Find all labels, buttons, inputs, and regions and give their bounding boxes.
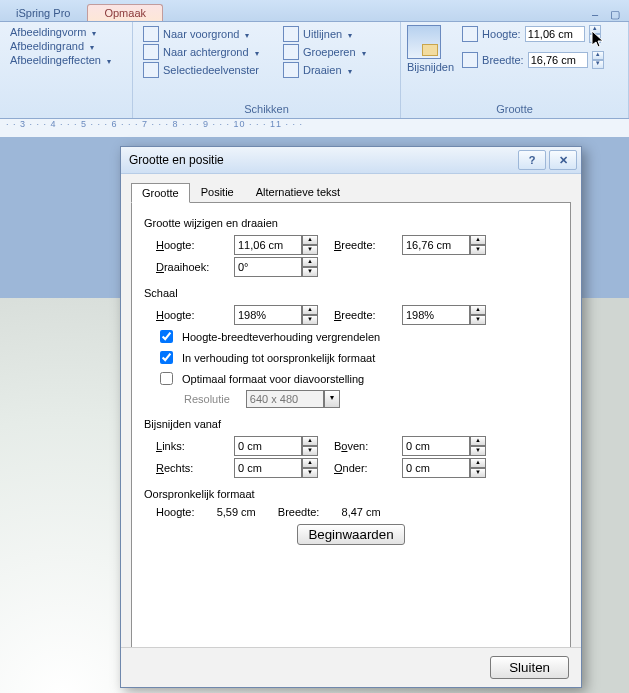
rotation-input[interactable]: [234, 257, 302, 277]
orig-width-value: 8,47 cm: [342, 506, 381, 518]
dialog-title: Grootte en positie: [129, 153, 515, 167]
lock-aspect-input[interactable]: [160, 330, 173, 343]
height-icon: [462, 26, 478, 42]
width-input[interactable]: [402, 235, 470, 255]
window-restore-icon[interactable]: ▢: [607, 7, 623, 21]
group-arrange-title: Schikken: [139, 101, 394, 118]
best-slideshow-checkbox[interactable]: Optimaal formaat voor diavoorstelling: [156, 369, 558, 388]
dialog-footer: Sluiten: [121, 647, 581, 687]
selection-pane-icon: [143, 62, 159, 78]
horizontal-ruler: · · 3 · · · 4 · · · 5 · · · 6 · · · 7 · …: [0, 119, 629, 138]
relative-original-checkbox[interactable]: In verhouding tot oorspronkelijk formaat: [156, 348, 558, 367]
relative-original-label: In verhouding tot oorspronkelijk formaat: [182, 352, 375, 364]
crop-right-input[interactable]: [234, 458, 302, 478]
crop-top-spinbox[interactable]: ▲▼: [402, 436, 486, 456]
crop-top-label: Boven:: [334, 440, 394, 452]
height-input[interactable]: [234, 235, 302, 255]
ribbon-height-input[interactable]: [525, 26, 585, 42]
scale-width-input[interactable]: [402, 305, 470, 325]
rotation-field-label: Draaihoek:: [156, 261, 226, 273]
ribbon-width-input[interactable]: [528, 52, 588, 68]
cmd-border[interactable]: Afbeeldingrand: [6, 39, 126, 53]
width-label: Breedte:: [482, 54, 524, 66]
group-icon: [283, 44, 299, 60]
crop-left-spinbox[interactable]: ▲▼: [234, 436, 318, 456]
group-size: Bijsnijden Hoogte: ▲▼ Breedte: ▲▼ Groot: [401, 22, 629, 118]
section-resize: Grootte wijzigen en draaien: [144, 217, 558, 229]
crop-icon[interactable]: [407, 25, 441, 59]
group-image-styles: Afbeeldingvorm Afbeeldingrand Afbeelding…: [0, 22, 133, 118]
width-spinbox[interactable]: ▲▼: [402, 235, 486, 255]
group-size-title: Grootte: [407, 101, 622, 118]
crop-left-input[interactable]: [234, 436, 302, 456]
best-slideshow-input[interactable]: [160, 372, 173, 385]
crop-bottom-input[interactable]: [402, 458, 470, 478]
section-original: Oorspronkelijk formaat: [144, 488, 558, 500]
scale-width-spinbox[interactable]: ▲▼: [402, 305, 486, 325]
lock-aspect-checkbox[interactable]: Hoogte-breedteverhouding vergrendelen: [156, 327, 558, 346]
window-minimize-icon[interactable]: –: [587, 7, 603, 21]
tab-position[interactable]: Positie: [190, 182, 245, 202]
cmd-rotate[interactable]: Draaien: [279, 61, 370, 79]
align-icon: [283, 26, 299, 42]
dialog-tabs: Grootte Positie Alternatieve tekst: [131, 182, 571, 203]
size-position-dialog: Grootte en positie ? ✕ Grootte Positie A…: [120, 146, 582, 688]
tab-size[interactable]: Grootte: [131, 183, 190, 203]
scale-height-label: Hoogte:: [156, 309, 226, 321]
section-scale: Schaal: [144, 287, 558, 299]
dialog-help-button[interactable]: ?: [518, 150, 546, 170]
height-spinbox[interactable]: ▲▼: [234, 235, 318, 255]
resolution-input: [246, 390, 324, 408]
tab-alttext[interactable]: Alternatieve tekst: [245, 182, 351, 202]
relative-original-input[interactable]: [160, 351, 173, 364]
send-back-icon: [143, 44, 159, 60]
height-field-label: Hoogte:: [156, 239, 226, 251]
scale-height-spinbox[interactable]: ▲▼: [234, 305, 318, 325]
height-label: Hoogte:: [482, 28, 521, 40]
cmd-shape[interactable]: Afbeeldingvorm: [6, 25, 126, 39]
tab-ispring[interactable]: iSpring Pro: [0, 5, 86, 21]
crop-label[interactable]: Bijsnijden: [407, 61, 454, 73]
cmd-align[interactable]: Uitlijnen: [279, 25, 370, 43]
orig-height-value: 5,59 cm: [217, 506, 256, 518]
bring-front-icon: [143, 26, 159, 42]
rotate-icon: [283, 62, 299, 78]
crop-bottom-spinbox[interactable]: ▲▼: [402, 458, 486, 478]
cmd-effects[interactable]: Afbeeldingeffecten: [6, 53, 126, 67]
scale-width-label: Breedte:: [334, 309, 394, 321]
crop-top-input[interactable]: [402, 436, 470, 456]
orig-width-label: Breedte:: [278, 506, 320, 518]
close-button[interactable]: Sluiten: [490, 656, 569, 679]
crop-left-label: Links:: [156, 440, 226, 452]
crop-right-label: Rechts:: [156, 462, 226, 474]
crop-right-spinbox[interactable]: ▲▼: [234, 458, 318, 478]
cmd-bring-front[interactable]: Naar voorgrond: [139, 25, 263, 43]
cmd-send-back[interactable]: Naar achtergrond: [139, 43, 263, 61]
dialog-titlebar[interactable]: Grootte en positie ? ✕: [121, 147, 581, 174]
cmd-group[interactable]: Groeperen: [279, 43, 370, 61]
ribbon-height-spinner[interactable]: ▲▼: [589, 25, 601, 43]
cmd-selection-pane[interactable]: Selectiedeelvenster: [139, 61, 263, 79]
ribbon-tabs: iSpring Pro Opmaak – ▢: [0, 0, 629, 22]
section-crop: Bijsnijden vanaf: [144, 418, 558, 430]
width-icon: [462, 52, 478, 68]
orig-height-label: Hoogte:: [156, 506, 195, 518]
scale-height-input[interactable]: [234, 305, 302, 325]
ribbon-width-spinner[interactable]: ▲▼: [592, 51, 604, 69]
crop-bottom-label: Onder:: [334, 462, 394, 474]
resolution-label: Resolutie: [184, 393, 230, 405]
rotation-spinbox[interactable]: ▲▼: [234, 257, 318, 277]
best-slideshow-label: Optimaal formaat voor diavoorstelling: [182, 373, 364, 385]
group-image-styles-title: [6, 101, 126, 118]
dialog-close-button[interactable]: ✕: [549, 150, 577, 170]
dialog-form: Grootte wijzigen en draaien Hoogte: ▲▼ B…: [131, 203, 571, 647]
group-arrange: Naar voorgrond Naar achtergrond Selectie…: [133, 22, 401, 118]
tab-opmaak[interactable]: Opmaak: [87, 4, 163, 21]
lock-aspect-label: Hoogte-breedteverhouding vergrendelen: [182, 331, 380, 343]
width-field-label: Breedte:: [334, 239, 394, 251]
ribbon: Afbeeldingvorm Afbeeldingrand Afbeelding…: [0, 22, 629, 119]
resolution-combo: ▾: [246, 390, 340, 408]
reset-button[interactable]: Beginwaarden: [297, 524, 404, 545]
